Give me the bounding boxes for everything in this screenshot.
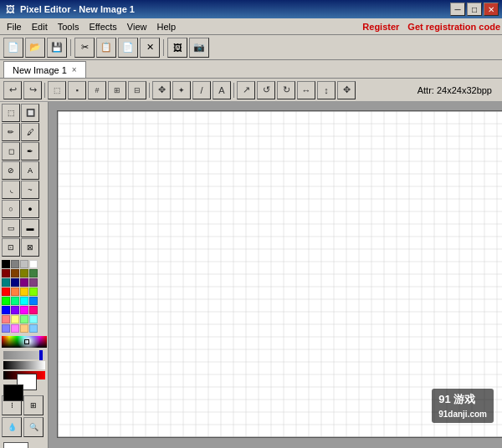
grid-select-btn[interactable]: ⊞: [23, 395, 44, 415]
color-mint[interactable]: [11, 297, 19, 305]
tool-brush[interactable]: 🖊: [21, 123, 39, 141]
menu-edit[interactable]: Edit: [27, 20, 53, 33]
color-salmon[interactable]: [2, 315, 10, 323]
window-controls[interactable]: ─ □ ✕: [450, 3, 499, 16]
color-orange[interactable]: [11, 288, 19, 296]
line-btn[interactable]: /: [192, 81, 211, 99]
undo-button[interactable]: ↩: [3, 81, 22, 99]
color-pink[interactable]: [29, 306, 38, 314]
flip-h-btn[interactable]: ↔: [297, 81, 315, 99]
copy-button[interactable]: 📋: [96, 38, 116, 58]
tab-close-button[interactable]: ×: [72, 65, 77, 74]
bw-slider[interactable]: [3, 361, 45, 369]
maximize-button[interactable]: □: [467, 3, 482, 16]
tool-eraser[interactable]: ◻: [2, 142, 20, 160]
select-btn[interactable]: ✦: [172, 81, 191, 99]
zoom-btn[interactable]: 🔍: [23, 417, 44, 437]
grid-btn2[interactable]: ▪: [68, 81, 86, 99]
tool-row-5: ◟ ~: [2, 181, 46, 199]
open-button[interactable]: 📂: [25, 38, 45, 58]
text-btn[interactable]: A: [213, 81, 231, 99]
eyedrop-btn[interactable]: 💧: [2, 417, 22, 437]
color-black[interactable]: [2, 260, 10, 268]
tool-magic[interactable]: 🔲: [21, 104, 39, 122]
tool-rect[interactable]: ▭: [2, 219, 20, 237]
color-darkgreen[interactable]: [29, 269, 38, 277]
color-peach[interactable]: [20, 324, 28, 333]
color-violet[interactable]: [29, 278, 38, 287]
paste-button[interactable]: 📄: [118, 38, 138, 58]
menu-tools[interactable]: Tools: [53, 20, 85, 33]
color-olive[interactable]: [20, 269, 28, 277]
color-brown[interactable]: [11, 269, 19, 277]
minimize-button[interactable]: ─: [450, 3, 465, 16]
tool-pencil[interactable]: ✏: [2, 123, 20, 141]
image-tab[interactable]: New Image 1 ×: [3, 61, 86, 78]
menu-file[interactable]: File: [2, 20, 27, 33]
tool-grid-b[interactable]: ⊠: [21, 238, 39, 257]
color-magenta[interactable]: [20, 306, 28, 314]
new-button[interactable]: 📄: [3, 38, 23, 58]
flip-v-btn[interactable]: ↕: [317, 81, 336, 99]
register-link[interactable]: Register: [362, 22, 399, 32]
arrow-btn[interactable]: ↗: [237, 81, 255, 99]
foreground-color[interactable]: [3, 384, 23, 401]
color-cyan[interactable]: [20, 297, 28, 305]
color-lightgreen[interactable]: [20, 315, 28, 323]
tool-text[interactable]: A: [21, 161, 39, 180]
color-purple[interactable]: [20, 278, 28, 287]
tool-grid-a[interactable]: ⊡: [2, 238, 20, 257]
color-red[interactable]: [2, 288, 10, 296]
grid-btn5[interactable]: ⊟: [128, 81, 146, 99]
menu-help[interactable]: Help: [151, 20, 181, 33]
color-lime[interactable]: [29, 288, 38, 296]
get-code-link[interactable]: Get registration code: [407, 22, 500, 32]
color-gray[interactable]: [11, 260, 19, 268]
color-lightcyan[interactable]: [29, 315, 38, 323]
save-button[interactable]: 💾: [47, 38, 67, 58]
color-indigo[interactable]: [11, 306, 19, 314]
color-periwinkle[interactable]: [2, 324, 10, 333]
tool-pen[interactable]: ✒: [21, 142, 39, 160]
menu-view[interactable]: View: [122, 20, 152, 33]
gray-slider[interactable]: [3, 351, 45, 359]
tool-circle[interactable]: ○: [2, 200, 20, 218]
import-button[interactable]: 🖼: [167, 38, 187, 58]
color-navy[interactable]: [11, 278, 19, 287]
color-silver[interactable]: [20, 260, 28, 268]
palette-row-4: [2, 288, 46, 296]
color-lightyellow[interactable]: [11, 315, 19, 323]
color-blue[interactable]: [2, 306, 10, 314]
color-white[interactable]: [29, 260, 38, 268]
color-teal[interactable]: [2, 278, 10, 287]
tool-fill[interactable]: ⊘: [2, 161, 20, 180]
color-sky[interactable]: [29, 297, 38, 305]
pixel-canvas[interactable]: [57, 110, 502, 438]
tool-fill-rect[interactable]: ▬: [21, 219, 39, 237]
tool-fill-circle[interactable]: ●: [21, 200, 39, 218]
close-button[interactable]: ✕: [484, 3, 499, 16]
color-lightmagenta[interactable]: [11, 324, 19, 333]
grid-btn1[interactable]: ⬚: [48, 81, 66, 99]
menu-effects[interactable]: Effects: [84, 20, 121, 33]
move-btn[interactable]: ✥: [152, 81, 171, 99]
rotate-left-btn[interactable]: ↺: [257, 81, 275, 99]
grid-btn3[interactable]: #: [88, 81, 106, 99]
rotate-right-btn[interactable]: ↻: [277, 81, 295, 99]
transform-btn[interactable]: ✥: [337, 81, 356, 99]
tool-select[interactable]: ⬚: [2, 104, 20, 122]
fg-bg-area: [3, 384, 37, 391]
color-lightblue[interactable]: [29, 324, 38, 333]
export-button[interactable]: 📷: [189, 38, 209, 58]
tool-curve[interactable]: ◟: [2, 181, 20, 199]
cut-button[interactable]: ✂: [74, 38, 95, 58]
grid-btn4[interactable]: ⊞: [108, 81, 126, 99]
color-yellow2[interactable]: [20, 288, 28, 296]
canvas-wrapper[interactable]: [49, 102, 502, 448]
tool-wave[interactable]: ~: [21, 181, 39, 199]
color-gradient-picker[interactable]: [2, 336, 47, 348]
redo-button[interactable]: ↪: [23, 81, 42, 99]
color-green[interactable]: [2, 297, 10, 305]
color-maroon[interactable]: [2, 269, 10, 277]
delete-button[interactable]: ✕: [140, 38, 160, 58]
